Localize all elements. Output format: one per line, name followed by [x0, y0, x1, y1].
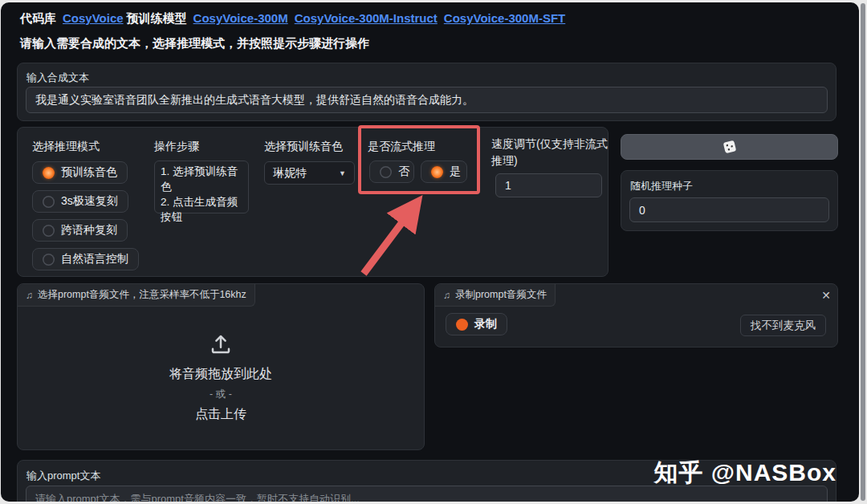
repo-label: 代码库	[20, 11, 56, 25]
instruction-text: 请输入需要合成的文本，选择推理模式，并按照提示步骤进行操作	[20, 36, 369, 51]
radio-dot-off-icon	[43, 196, 55, 208]
speed-label: 速度调节(仅支持非流式推理)	[491, 136, 612, 169]
radio-dot-on-icon	[431, 166, 443, 178]
seed-input[interactable]: 0	[629, 197, 829, 222]
radio-streaming-no[interactable]: 否	[369, 161, 414, 183]
pretrained-label: 预训练模型	[127, 11, 187, 25]
radio-streaming-yes[interactable]: 是	[421, 161, 467, 183]
radio-pretrained-voice[interactable]: 预训练音色	[32, 161, 128, 184]
upload-panel-label: 选择prompt音频文件，注意采样率不低于16khz	[38, 288, 246, 302]
music-note-icon: ♫	[26, 290, 33, 301]
prompt-audio-record-panel: ♫ 录制prompt音频文件 ✕ 录制 找不到麦克风	[434, 283, 838, 348]
record-button-label: 录制	[474, 317, 497, 331]
voice-select-dropdown[interactable]: 琳妮特 ▼	[264, 161, 355, 185]
link-cosyvoice[interactable]: CosyVoice	[63, 11, 124, 25]
record-panel-badge: ♫ 录制prompt音频文件	[435, 284, 556, 307]
streaming-label: 是否流式推理	[368, 140, 435, 154]
radio-natural-language-control[interactable]: 自然语言控制	[32, 248, 139, 270]
radio-dot-off-icon	[43, 225, 55, 237]
dice-icon	[721, 138, 739, 156]
step-1: 1. 选择预训练音色	[161, 165, 242, 195]
radio-label: 自然语言控制	[61, 252, 128, 266]
record-button[interactable]: 录制	[446, 313, 507, 335]
steps-box: 1. 选择预训练音色 2. 点击生成音频按钮	[154, 161, 249, 213]
link-cosyvoice-300m[interactable]: CosyVoice-300M	[193, 11, 288, 25]
radio-dot-off-icon	[43, 254, 55, 266]
radio-crosslingual-clone[interactable]: 跨语种复刻	[32, 219, 128, 242]
synth-text-panel: 输入合成文本 我是通义实验室语音团队全新推出的生成式语音大模型，提供舒适自然的语…	[17, 63, 836, 121]
radio-label: 否	[398, 165, 409, 179]
steps-label: 操作步骤	[154, 140, 199, 154]
mic-status-button[interactable]: 找不到麦克风	[740, 315, 826, 336]
upload-panel-badge: ♫ 选择prompt音频文件，注意采样率不低于16khz	[18, 284, 255, 307]
synth-text-input[interactable]: 我是通义实验室语音团队全新推出的生成式语音大模型，提供舒适自然的语音合成能力。	[26, 87, 828, 113]
speed-input[interactable]: 1	[495, 173, 602, 197]
close-icon[interactable]: ✕	[821, 289, 831, 302]
voice-select-label: 选择预训练音色	[264, 140, 343, 154]
step-2: 2. 点击生成音频按钮	[161, 195, 242, 226]
seed-panel: 随机推理种子 0	[621, 170, 838, 231]
voice-select-value: 琳妮特	[273, 166, 307, 181]
music-note-icon: ♫	[443, 290, 450, 301]
seed-label: 随机推理种子	[630, 179, 693, 193]
random-seed-dice-button[interactable]	[621, 134, 838, 160]
record-dot-icon	[456, 319, 468, 331]
synth-text-label: 输入合成文本	[26, 71, 89, 85]
or-text: - 或 -	[18, 388, 424, 401]
prompt-audio-upload-panel[interactable]: ♫ 选择prompt音频文件，注意采样率不低于16khz 将音频拖放到此处 - …	[17, 283, 425, 450]
radio-label: 预训练音色	[61, 165, 117, 180]
radio-label: 跨语种复刻	[61, 223, 117, 238]
inference-mode-label: 选择推理模式	[32, 140, 100, 154]
chevron-down-icon: ▼	[339, 169, 346, 177]
prompt-text-label: 输入prompt文本	[26, 469, 100, 483]
header-links: 代码库CosyVoice预训练模型CosyVoice-300MCosyVoice…	[20, 11, 568, 26]
radio-dot-on-icon	[43, 167, 55, 179]
radio-label: 是	[450, 165, 461, 179]
upload-icon	[209, 332, 233, 356]
radio-3s-clone[interactable]: 3s极速复刻	[32, 190, 128, 213]
link-cosyvoice-300m-sft[interactable]: CosyVoice-300M-SFT	[444, 11, 565, 25]
link-cosyvoice-300m-instruct[interactable]: CosyVoice-300M-Instruct	[295, 11, 438, 25]
radio-label: 3s极速复刻	[61, 194, 118, 209]
control-panel: 选择推理模式 预训练音色 3s极速复刻 跨语种复刻 自然语言控制 操作步骤 1.…	[17, 127, 609, 277]
watermark-text: 知乎 @NASBox	[653, 457, 836, 490]
drop-audio-text: 将音频拖放到此处	[18, 366, 424, 383]
record-panel-label: 录制prompt音频文件	[455, 288, 547, 302]
click-upload-text[interactable]: 点击上传	[18, 406, 424, 423]
screenshot-stage: 代码库CosyVoice预训练模型CosyVoice-300MCosyVoice…	[0, 0, 867, 504]
app-window: 代码库CosyVoice预训练模型CosyVoice-300MCosyVoice…	[1, 2, 859, 502]
radio-dot-off-icon	[380, 166, 392, 178]
scrollbar[interactable]	[861, 3, 865, 501]
upload-dropzone[interactable]: 将音频拖放到此处 - 或 - 点击上传	[18, 332, 424, 423]
